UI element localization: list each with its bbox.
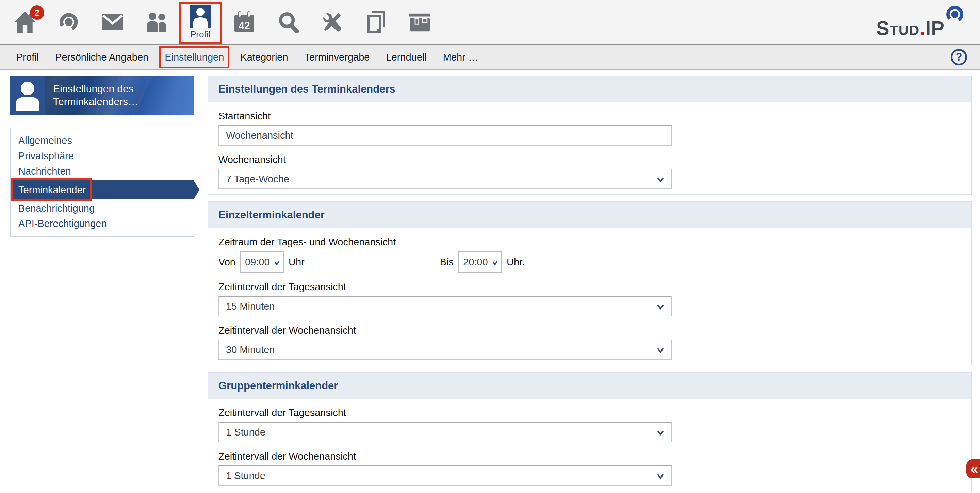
logo-text-dot: . [920, 18, 925, 38]
page-nav: Profil Persönliche Angaben Einstellungen… [0, 44, 980, 70]
toolbar-profile[interactable]: Profil [178, 0, 222, 44]
gruppe-intervall-wochenansicht-select[interactable]: 1 Stunde [218, 466, 672, 486]
label-uhr: Uhr [288, 256, 305, 268]
main-content: Einstellungen des Terminkalenders Starta… [208, 76, 972, 493]
sidebar-nav: Allgemeines Privatsphäre Nachrichten Ter… [10, 127, 194, 237]
chevron-down-icon [657, 173, 664, 185]
startansicht-value: Wochenansicht [226, 130, 293, 141]
nav-item-persoenliche-angaben[interactable]: Persönliche Angaben [54, 50, 149, 64]
label-startansicht: Startansicht [218, 110, 961, 122]
logo-spiral-icon [945, 5, 964, 25]
panel-2-title: Einzelterminkalender [208, 202, 971, 228]
chevron-down-icon [657, 344, 664, 356]
gruppe-intervall-tagesansicht-select[interactable]: 1 Stunde [218, 422, 672, 442]
label-intervall-woche-gruppe: Zeitintervall der Wochenansicht [218, 450, 961, 462]
top-toolbar: 2 [0, 0, 980, 44]
logo-text-stud: Stud [876, 18, 920, 38]
toolbar-files[interactable] [354, 0, 398, 44]
toolbar-courses[interactable] [47, 0, 91, 44]
label-intervall-tag-einzel: Zeitintervall der Tagesansicht [218, 281, 961, 293]
sidebar: Einstellungen des Terminkalenders… Allge… [10, 76, 194, 237]
chevron-down-icon [657, 470, 664, 482]
planner-icon: 42 [234, 11, 254, 33]
sidebar-item-benachrichtigung[interactable]: Benachrichtigung [11, 201, 194, 216]
mail-icon [102, 14, 123, 30]
courses-icon [58, 11, 79, 33]
wochenansicht-select[interactable]: 7 Tage-Woche [218, 169, 672, 189]
time-range-row: Von 09:00 Uhr Bis 20:00 Uhr. [218, 251, 961, 273]
search-icon [278, 11, 299, 33]
label-intervall-woche-einzel: Zeitintervall der Wochenansicht [218, 324, 961, 336]
panel-gruppenterminkalender: Gruppenterminkalender Zeitintervall der … [208, 372, 972, 491]
label-bis: Bis [440, 256, 453, 268]
studip-logo[interactable]: Stud.IP [876, 5, 964, 38]
panel-3-title: Gruppenterminkalender [208, 373, 971, 399]
chevron-down-icon [492, 256, 498, 268]
label-zeitraum: Zeitraum der Tages- und Wochenansicht [218, 236, 961, 248]
bulletin-board-icon [409, 13, 430, 32]
von-time-select[interactable]: 09:00 [240, 251, 284, 272]
sidebar-item-api-berechtigungen[interactable]: API-Berechtigungen [11, 216, 194, 231]
bis-time-value: 20:00 [463, 256, 488, 268]
toolbar-icon-row: 2 [3, 0, 442, 44]
toolbar-community[interactable] [134, 0, 178, 44]
chevron-down-icon [274, 256, 280, 268]
chevron-down-icon [657, 427, 664, 438]
logo-text-ip: IP [925, 18, 945, 38]
toolbar-tools[interactable] [310, 0, 354, 44]
toolbar-home[interactable]: 2 [3, 0, 47, 44]
nav-item-kategorien[interactable]: Kategorien [240, 50, 288, 64]
panel-einstellungen-terminkalender: Einstellungen des Terminkalenders Starta… [208, 76, 972, 195]
help-button[interactable]: ? [951, 49, 967, 65]
intervall-tagesansicht-select[interactable]: 15 Minuten [218, 296, 672, 316]
notification-badge: 2 [30, 5, 44, 20]
nav-item-profil[interactable]: Profil [16, 50, 40, 64]
label-wochenansicht: Wochenansicht [218, 154, 961, 165]
sidebar-header-banner: Einstellungen des Terminkalenders… [45, 76, 194, 115]
chevron-down-icon [657, 301, 664, 312]
toolbar-bulletin-board[interactable] [398, 0, 442, 44]
label-uhr-punkt: Uhr. [507, 256, 525, 268]
tools-icon [321, 11, 343, 33]
avatar [10, 76, 45, 115]
sidebar-item-terminkalender[interactable]: Terminkalender [11, 180, 194, 199]
panel-einzelterminkalender: Einzelterminkalender Zeitraum der Tages-… [208, 201, 972, 366]
nav-item-lernduell[interactable]: Lernduell [385, 50, 427, 64]
nav-item-einstellungen[interactable]: Einstellungen [164, 50, 224, 64]
nav-item-einstellungen-label: Einstellungen [165, 52, 224, 63]
toolbar-planner[interactable]: 42 [222, 0, 266, 44]
collapse-chevrons-icon: « [970, 461, 978, 477]
sidebar-item-privatsphaere[interactable]: Privatsphäre [11, 148, 194, 164]
planner-week-number: 42 [239, 20, 250, 31]
sidebar-title: Einstellungen des Terminkalenders… [53, 82, 155, 108]
nav-item-mehr[interactable]: Mehr … [442, 50, 479, 64]
sidebar-header: Einstellungen des Terminkalenders… [10, 76, 194, 115]
sidebar-item-terminkalender-label: Terminkalender [18, 184, 86, 195]
gruppe-intervall-tagesansicht-value: 1 Stunde [226, 427, 266, 438]
files-icon [366, 11, 386, 33]
wochenansicht-value: 7 Tage-Woche [226, 173, 289, 185]
intervall-wochenansicht-select[interactable]: 30 Minuten [218, 340, 672, 360]
intervall-tagesansicht-value: 15 Minuten [226, 301, 275, 312]
toolbar-search[interactable] [266, 0, 310, 44]
nav-item-terminvergabe[interactable]: Terminvergabe [304, 50, 371, 64]
label-intervall-tag-gruppe: Zeitintervall der Tagesansicht [218, 407, 961, 418]
label-von: Von [218, 256, 235, 268]
gruppe-intervall-wochenansicht-value: 1 Stunde [226, 470, 266, 482]
profile-icon [190, 5, 211, 27]
intervall-wochenansicht-value: 30 Minuten [226, 344, 275, 356]
sidebar-item-allgemeines[interactable]: Allgemeines [11, 133, 194, 148]
profile-icon-label: Profil [190, 30, 210, 39]
collapse-sidebar-button[interactable]: « [966, 459, 980, 479]
von-time-value: 09:00 [245, 256, 270, 268]
toolbar-messages[interactable] [91, 0, 134, 44]
startansicht-input[interactable]: Wochenansicht [218, 125, 672, 146]
bis-time-select[interactable]: 20:00 [458, 251, 502, 272]
sidebar-item-nachrichten[interactable]: Nachrichten [11, 164, 194, 179]
community-icon [146, 12, 167, 32]
panel-1-title: Einstellungen des Terminkalenders [208, 76, 971, 102]
